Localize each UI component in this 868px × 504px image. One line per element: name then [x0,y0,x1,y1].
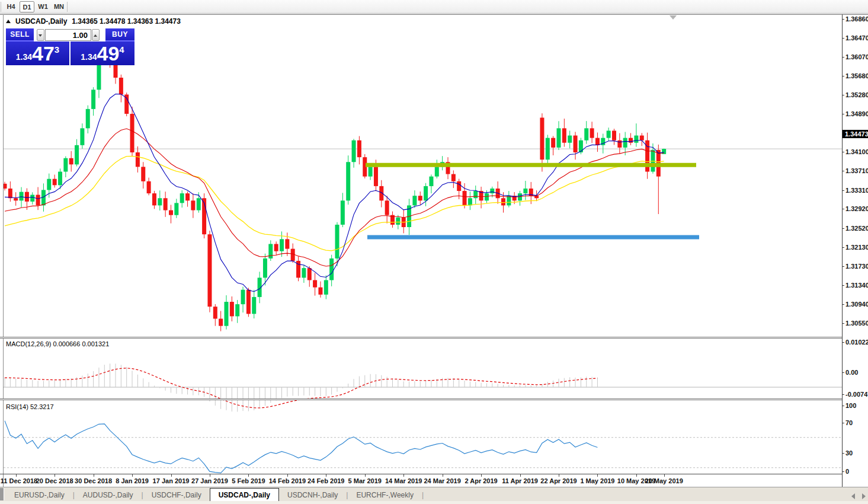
rsi-axis-label: 70 [845,419,853,426]
date-axis-tick [597,474,598,477]
price-axis-tick [842,247,844,248]
rsi-pane-divider[interactable] [0,398,842,400]
rsi-indicator-label: RSI(14) 52.3217 [6,403,54,410]
buy-price-pip: 4 [119,44,124,55]
timeframe-button-D1[interactable]: D1 [20,1,34,12]
price-axis-tick [842,95,844,95]
sell-price-main: 47 [32,43,55,64]
one-click-trading-panel: SELL BUY 1.34 47 3 1.34 49 4 [6,28,134,65]
rsi-axis-tick [842,471,844,472]
date-axis-label: 2 Apr 2019 [465,477,497,484]
symbol-tab[interactable]: EURCHF-,Weekly [348,489,421,502]
volume-input[interactable] [45,29,91,41]
tab-scroll-right-icon[interactable] [862,493,866,499]
symbol-tab[interactable]: USDCHF-,Daily [143,489,210,502]
date-axis-label: 14 Feb 2019 [269,477,306,484]
buy-price-prefix: 1.34 [81,52,97,62]
date-axis-tick [559,474,559,477]
price-axis-label: 1.36860 [845,15,868,23]
chart-canvas[interactable] [0,15,868,504]
buy-price-button[interactable]: 1.34 49 4 [71,42,134,65]
price-axis-tick [842,19,844,20]
chart-shift-marker-icon[interactable] [670,15,677,20]
symbol-tab[interactable]: AUDUSD-,Daily [75,489,142,502]
price-axis-label: 1.36070 [845,53,868,60]
date-axis-label: 8 Jan 2019 [116,477,149,484]
sell-price-pip: 3 [55,44,59,55]
chart-ohlc-values: 1.34365 1.34478 1.34363 1.34473 [72,17,181,25]
symbol-tab-bar: EURUSD-,Daily|AUDUSD-,Daily|USDCHF-,Dail… [0,487,868,504]
macd-axis-tick [842,372,844,373]
price-axis-label: 1.30940 [845,301,868,308]
price-axis-tick [842,76,844,76]
rsi-axis-label: 100 [845,402,856,409]
date-axis-label: 20 May 2019 [645,477,683,484]
date-axis-tick [365,474,366,477]
date-axis-label: 14 Mar 2019 [385,477,422,484]
price-axis-tick [842,171,844,171]
buy-button[interactable]: BUY [105,28,134,42]
toolbar-separator [67,2,68,12]
date-axis-tick [210,474,210,477]
volume-increase-button[interactable] [92,29,100,41]
rsi-axis-label: 0 [845,468,849,475]
date-axis-tick [636,474,637,477]
date-axis-tick [94,474,94,477]
price-axis-tick [842,209,844,209]
date-axis-tick [403,474,404,477]
date-axis-tick [443,474,443,477]
price-axis-label: 1.35680 [845,72,868,79]
date-axis-tick [16,474,17,477]
date-axis-label: 24 Feb 2019 [308,477,344,484]
trade-panel-toggle-icon[interactable] [6,20,11,23]
sell-button[interactable]: SELL [6,28,34,42]
price-axis-label: 1.31340 [845,282,868,289]
price-axis-tick [842,57,844,58]
date-axis-label: 5 Feb 2019 [232,477,265,484]
price-axis-border [842,14,843,487]
price-axis-tick [842,266,844,267]
symbol-tab[interactable]: USDCNH-,Daily [279,489,346,502]
tab-separator: | [422,491,424,499]
timeframe-button-H4[interactable]: H4 [4,1,18,12]
date-axis-label: 24 Mar 2019 [424,477,460,484]
timeframe-button-W1[interactable]: W1 [36,1,50,12]
price-axis-label: 1.32920 [845,205,868,212]
rsi-axis-tick [842,453,844,454]
toolbar-separator [1,2,1,12]
macd-axis-label: 0.010229 [845,339,868,346]
date-axis-label: 20 Dec 2018 [36,477,73,484]
price-axis-tick [842,190,844,191]
price-axis-label: 1.30550 [845,320,868,327]
chart-symbol-label: USDCAD-,Daily [15,17,67,25]
date-axis-label: 11 Dec 2018 [1,477,37,484]
macd-pane-divider[interactable] [0,337,842,339]
date-axis-label: 17 Jan 2019 [153,477,190,484]
chart-window[interactable] [0,14,868,504]
date-axis-label: 11 Apr 2019 [502,477,538,484]
price-axis-label: 1.33710 [845,167,868,174]
date-axis-label: 30 Dec 2018 [75,477,112,484]
rsi-axis-tick [842,423,844,423]
date-axis-label: 27 Jan 2019 [191,477,228,484]
chart-title: USDCAD-,Daily 1.34365 1.34478 1.34363 1.… [6,17,181,25]
price-axis-label: 1.32130 [845,244,868,251]
symbol-tab[interactable]: EURUSD-,Daily [6,489,73,502]
buy-price-main: 49 [97,43,120,64]
price-axis-tick [842,323,844,324]
volume-decrease-button[interactable] [37,29,44,41]
price-axis-label: 1.36470 [845,34,868,42]
date-axis-tick [287,474,288,477]
timeframe-button-MN[interactable]: MN [52,1,66,12]
chevron-up-icon [94,34,97,37]
price-axis-label: 1.31730 [845,263,868,270]
sell-price-button[interactable]: 1.34 47 3 [6,42,69,65]
tab-scroll-left-icon[interactable] [851,493,855,499]
price-axis-tick [842,152,844,152]
price-axis-label: 1.32520 [845,225,868,232]
price-axis-tick [842,285,844,286]
tab-scroll-nub[interactable] [0,488,4,500]
price-axis-tick [842,38,844,39]
symbol-tab-active[interactable]: USDCAD-,Daily [210,488,279,501]
status-strip [0,501,868,504]
